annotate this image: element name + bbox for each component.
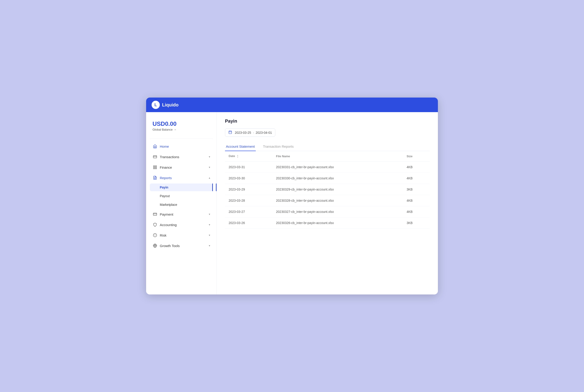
cell-file-name: 20230331-cb_inter-br-payin-account.xlsx — [272, 161, 403, 172]
sidebar-item-home[interactable]: Home — [150, 142, 213, 151]
table-row[interactable]: 2023-03-2720230327-cb_inter-br-payin-acc… — [225, 206, 430, 217]
home-icon — [152, 144, 158, 149]
tab-transaction-reports[interactable]: Transaction Reports — [262, 142, 295, 151]
table-row[interactable]: 2023-03-2620230326-cb_inter-br-payin-acc… — [225, 217, 430, 228]
sidebar: USD0.00 Global Balance → Home — [146, 112, 217, 294]
svg-rect-0 — [154, 156, 157, 158]
col-header-size: Size — [403, 151, 430, 161]
sidebar-item-payin[interactable]: Payin — [150, 184, 213, 191]
app-window: L Liquido USD0.00 Global Balance → — [146, 98, 438, 294]
svg-rect-15 — [229, 131, 232, 134]
sidebar-item-payment[interactable]: Payment ▾ — [150, 210, 213, 219]
col-header-date[interactable]: Date ▲▼ — [225, 151, 272, 161]
growth-icon — [152, 243, 158, 248]
chevron-down-icon: ▾ — [209, 234, 210, 237]
calendar-icon — [228, 130, 232, 135]
svg-rect-8 — [154, 213, 157, 216]
cell-size: 3KB — [403, 217, 430, 228]
cell-date: 2023-03-29 — [225, 184, 272, 195]
sidebar-item-marketplace-label: Marketplace — [160, 203, 177, 206]
nav-divider — [150, 138, 213, 139]
cell-date: 2023-03-31 — [225, 161, 272, 172]
date-to: 2023-04-01 — [256, 131, 272, 134]
chevron-down-icon: ▾ — [209, 223, 210, 226]
accounting-icon — [152, 222, 158, 227]
chevron-down-icon: ▾ — [209, 166, 210, 169]
cell-date: 2023-03-27 — [225, 206, 272, 217]
content-area: Payin 2023-03-25 · 2023-04-01 Account St… — [217, 112, 438, 294]
sidebar-item-payment-label: Payment — [160, 212, 173, 216]
table-container: Date ▲▼ File Name Size — [225, 151, 430, 228]
cell-date: 2023-03-28 — [225, 195, 272, 206]
svg-rect-3 — [156, 166, 156, 167]
cell-file-name: 20230329-cb_inter-br-payin-account.xlsx — [272, 184, 403, 195]
transactions-icon — [152, 154, 158, 159]
svg-rect-5 — [154, 168, 154, 169]
sidebar-item-risk-label: Risk — [160, 234, 166, 237]
date-separator: · — [253, 131, 254, 134]
svg-rect-2 — [154, 166, 154, 167]
cell-file-name: 20230327-cb_inter-br-payin-account.xlsx — [272, 206, 403, 217]
date-from: 2023-03-25 — [235, 131, 251, 134]
finance-icon — [152, 165, 158, 170]
cell-date: 2023-03-26 — [225, 217, 272, 228]
chevron-up-icon: ▴ — [209, 176, 210, 179]
cell-size: 4KB — [403, 161, 430, 172]
sort-icon-date: ▲▼ — [237, 154, 239, 158]
logo-letter: L — [154, 102, 157, 107]
sidebar-item-finance[interactable]: Finance ▾ — [150, 162, 213, 172]
sidebar-item-marketplace[interactable]: Marketplace — [150, 201, 213, 208]
sidebar-item-risk[interactable]: Risk ▾ — [150, 230, 213, 240]
tabs: Account Statement Transaction Reports — [225, 142, 430, 151]
reports-table: Date ▲▼ File Name Size — [225, 151, 430, 228]
sidebar-item-reports[interactable]: Reports ▴ — [150, 173, 213, 182]
sidebar-item-home-label: Home — [160, 144, 169, 148]
logo-circle: L — [152, 101, 160, 109]
sidebar-item-payout[interactable]: Payout — [150, 192, 213, 200]
risk-icon — [152, 233, 158, 238]
tab-account-statement[interactable]: Account Statement — [225, 142, 256, 151]
table-row[interactable]: 2023-03-2920230329-cb_inter-br-payin-acc… — [225, 184, 430, 195]
sidebar-item-accounting[interactable]: Accounting ▾ — [150, 220, 213, 230]
page-title: Payin — [225, 118, 430, 124]
balance-section: USD0.00 Global Balance → — [150, 118, 213, 136]
sidebar-item-finance-label: Finance — [160, 166, 172, 169]
cell-date: 2023-03-30 — [225, 172, 272, 184]
col-header-file-name: File Name — [272, 151, 403, 161]
balance-label: Global Balance → — [152, 128, 210, 131]
table-row[interactable]: 2023-03-2820230328-cb_inter-br-payin-acc… — [225, 195, 430, 206]
table-row[interactable]: 2023-03-3020230330-cb_inter-br-payin-acc… — [225, 172, 430, 184]
payment-icon — [152, 212, 158, 217]
cell-size: 4KB — [403, 172, 430, 184]
cell-file-name: 20230330-cb_inter-br-payin-account.xlsx — [272, 172, 403, 184]
sidebar-item-reports-label: Reports — [160, 176, 172, 180]
svg-rect-4 — [156, 168, 156, 169]
top-bar: L Liquido — [146, 98, 438, 112]
sidebar-item-growth-tools[interactable]: Growth Tools ▾ — [150, 241, 213, 250]
main-layout: USD0.00 Global Balance → Home — [146, 112, 438, 294]
cell-file-name: 20230326-cb_inter-br-payin-account.xlsx — [272, 217, 403, 228]
app-name: Liquido — [162, 102, 178, 108]
reports-icon — [152, 175, 158, 180]
sidebar-item-transactions-label: Transactions — [160, 155, 179, 159]
cell-size: 3KB — [403, 184, 430, 195]
chevron-down-icon: ▾ — [209, 244, 210, 247]
table-row[interactable]: 2023-03-3120230331-cb_inter-br-payin-acc… — [225, 161, 430, 172]
cell-size: 4KB — [403, 195, 430, 206]
cell-size: 4KB — [403, 206, 430, 217]
chevron-down-icon: ▾ — [209, 155, 210, 158]
balance-amount: USD0.00 — [152, 120, 210, 128]
sidebar-item-growth-tools-label: Growth Tools — [160, 244, 180, 248]
date-filter[interactable]: 2023-03-25 · 2023-04-01 — [225, 128, 275, 137]
cell-file-name: 20230328-cb_inter-br-payin-account.xlsx — [272, 195, 403, 206]
sidebar-item-payout-label: Payout — [160, 194, 170, 198]
chevron-down-icon: ▾ — [209, 213, 210, 216]
sidebar-item-transactions[interactable]: Transactions ▾ — [150, 152, 213, 162]
sidebar-item-payin-label: Payin — [160, 186, 168, 189]
sidebar-item-accounting-label: Accounting — [160, 223, 177, 227]
